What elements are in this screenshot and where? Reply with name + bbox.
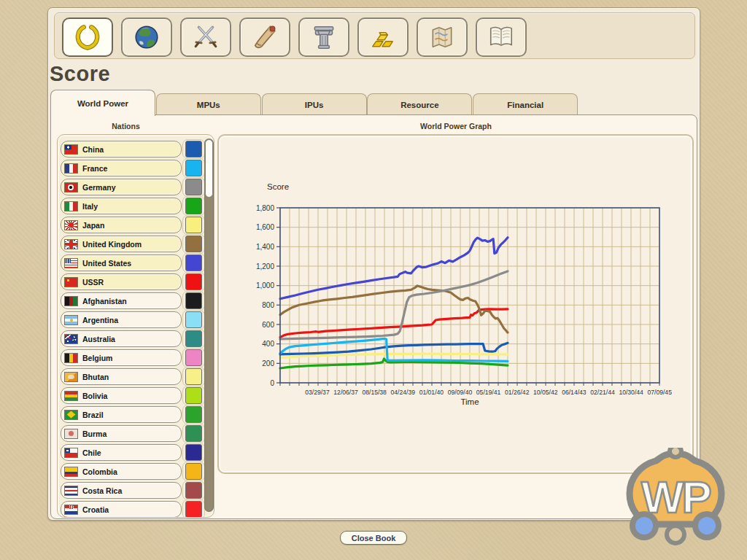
x-axis-tick-label: 10/05/42 [533, 389, 558, 396]
y-axis-tick-label: 1,800 [256, 204, 274, 212]
nation-name: Argentina [82, 316, 118, 324]
color-swatch-cell [182, 462, 205, 481]
nation-item-germany[interactable]: Germany [61, 179, 182, 195]
tab-world-power[interactable]: World Power [50, 90, 155, 116]
nation-item-italy[interactable]: Italy [61, 198, 182, 214]
nation-item-belgium[interactable]: Belgium [61, 349, 182, 366]
toolbar-button-horn[interactable] [239, 18, 290, 57]
nations-scrollbar-thumb[interactable] [205, 139, 213, 198]
nation-name: Colombia [82, 467, 117, 476]
toolbar-button-gold-bars[interactable] [357, 18, 409, 57]
nation-name: Germany [82, 183, 116, 192]
nation-item-ussr[interactable]: USSR [61, 273, 182, 290]
toolbar-button-map[interactable] [417, 18, 468, 57]
gold-bars-icon [369, 23, 397, 51]
close-book-button[interactable]: Close Book [340, 531, 407, 545]
nation-item-costarica[interactable]: Costa Rica [61, 482, 182, 499]
nation-color-swatch-belgium [185, 349, 202, 366]
flag-icon-afghanistan [65, 297, 77, 306]
nation-item-china[interactable]: China [61, 141, 182, 158]
y-axis-tick-label: 1,400 [256, 243, 274, 251]
tab-financial[interactable]: Financial [473, 93, 578, 115]
nation-item-bolivia[interactable]: Bolivia [61, 387, 182, 404]
y-axis-tick-label: 200 [262, 359, 274, 368]
nation-color-swatch-brazil [185, 406, 202, 423]
world-power-chart: 02004006008001,0001,2001,4001,6001,80003… [219, 136, 692, 472]
nation-name: Chile [82, 448, 101, 457]
nation-item-colombia[interactable]: Colombia [61, 463, 182, 480]
color-swatch-cell [182, 158, 205, 178]
nation-item-uk[interactable]: United Kingdom [61, 236, 182, 252]
nation-item-bhutan[interactable]: Bhutan [61, 368, 182, 385]
color-swatch-cell [182, 196, 205, 216]
nation-item-croatia[interactable]: Croatia [61, 501, 182, 518]
wp-logo-shape: WP [630, 448, 721, 543]
page-title: Score [50, 62, 110, 86]
flag-icon-costarica [65, 486, 77, 495]
nation-name: Belgium [82, 354, 112, 362]
nation-name: United Kingdom [82, 240, 142, 249]
toolbar-button-column[interactable] [298, 18, 349, 57]
nation-item-france[interactable]: France [61, 160, 182, 176]
nation-item-chile[interactable]: Chile [61, 444, 182, 461]
nations-scrollbar[interactable] [204, 139, 214, 512]
x-axis-tick-label: 06/14/43 [562, 389, 587, 396]
color-swatch-cell [182, 367, 205, 386]
column-icon [310, 23, 338, 51]
nation-item-japan[interactable]: Japan [61, 217, 182, 233]
color-swatch-cell [182, 499, 205, 518]
map-icon [428, 23, 456, 51]
nation-item-afghanistan[interactable]: Afghanistan [61, 292, 182, 309]
color-swatch-cell [182, 443, 205, 462]
color-swatch-cell [182, 272, 205, 292]
flag-icon-bhutan [65, 373, 77, 381]
score-book-window: Score World PowerMPUsIPUsResourceFinanci… [47, 7, 700, 521]
flag-icon-colombia [65, 467, 77, 476]
x-axis-tick-label: 09/09/40 [448, 389, 473, 396]
toolbar-button-laurel-wreath[interactable] [62, 18, 113, 57]
tab-content-world-power: Nations World Power Graph ChinaFranceGer… [50, 114, 697, 519]
nation-color-swatch-uk [185, 236, 202, 252]
chart-title: Score [267, 182, 289, 191]
y-axis-tick-label: 600 [262, 321, 274, 329]
x-axis-tick-label: 03/29/37 [305, 389, 330, 396]
tab-mpus[interactable]: MPUs [156, 93, 261, 115]
nation-color-swatch-croatia [185, 501, 202, 518]
color-swatch-cell [182, 253, 205, 273]
color-swatch-cell [182, 386, 205, 405]
world-power-logo-watermark: WP [617, 448, 734, 550]
nation-name: Bolivia [82, 392, 107, 400]
y-axis-tick-label: 1,600 [256, 223, 274, 231]
nation-color-swatch-bolivia [185, 387, 202, 404]
nation-name: United States [82, 259, 131, 268]
flag-icon-brazil [65, 411, 77, 419]
nation-item-argentina[interactable]: Argentina [61, 311, 182, 328]
globe-icon [133, 23, 160, 51]
toolbar-button-open-book[interactable] [476, 18, 527, 57]
x-axis-title: Time [460, 397, 479, 406]
tab-ipus[interactable]: IPUs [262, 93, 367, 115]
color-swatch-cell [182, 215, 205, 235]
color-swatch-cell [182, 424, 205, 443]
flag-icon-argentina [65, 316, 77, 324]
nation-color-swatch-usa [185, 254, 202, 271]
y-axis-tick-label: 0 [270, 379, 274, 387]
color-swatch-cell [182, 291, 205, 311]
nation-name: Costa Rica [82, 486, 122, 495]
nation-name: Burma [82, 429, 107, 438]
toolbar-button-crossed-swords[interactable] [180, 18, 231, 57]
flag-icon-france [65, 164, 77, 173]
nation-item-brazil[interactable]: Brazil [61, 406, 182, 423]
nation-item-usa[interactable]: United States [61, 254, 182, 271]
toolbar [54, 12, 695, 59]
nation-item-australia[interactable]: Australia [61, 330, 182, 347]
nation-color-swatch-colombia [185, 463, 202, 480]
tab-resource[interactable]: Resource [367, 93, 472, 115]
nation-name: China [82, 145, 104, 154]
horn-icon [251, 23, 279, 51]
nation-color-swatch-afghanistan [185, 292, 202, 309]
nation-name: Afghanistan [82, 297, 127, 306]
toolbar-button-globe[interactable] [121, 18, 172, 57]
nation-item-burma[interactable]: Burma [61, 425, 182, 442]
crossed-swords-icon [192, 23, 220, 51]
